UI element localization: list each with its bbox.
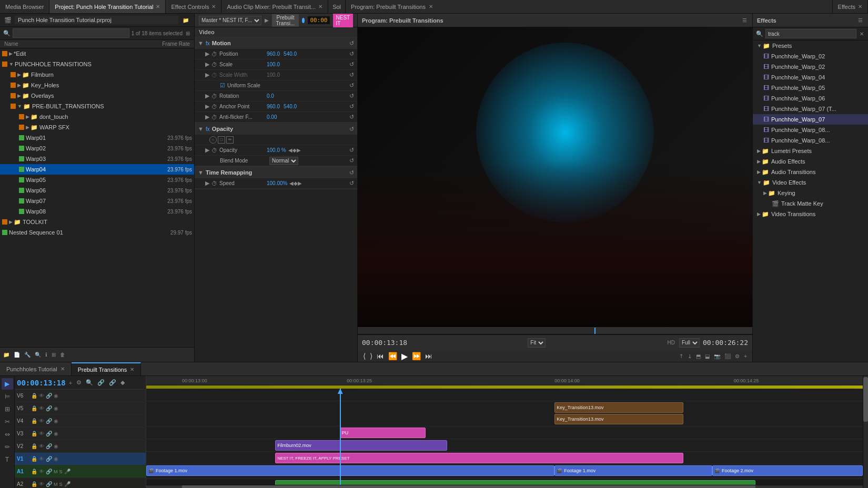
a2-m[interactable]: M [54, 482, 58, 487]
v1-toggle[interactable]: 👁 [39, 456, 44, 462]
settings-btn[interactable]: ⚙ [734, 353, 741, 360]
tree-warp02[interactable]: Warp02 23.976 fps [0, 143, 194, 154]
effects-lumetri[interactable]: ▶ 📁 Lumetri Presets [753, 146, 868, 156]
effects-pw04[interactable]: 🎞 Punchhole_Warp_04 [753, 72, 868, 83]
tab-audio-clip-mixer-close[interactable]: ✕ [318, 4, 322, 9]
tree-overlays[interactable]: ▶ 📁 Overlays [0, 90, 194, 101]
opacity-value[interactable]: 100.0 % [267, 147, 286, 153]
timeline-playhead[interactable] [340, 389, 341, 485]
speed-prev[interactable]: ◀ [289, 180, 294, 186]
tab-effects-close[interactable]: ✕ [858, 4, 862, 9]
motion-reset[interactable]: ↺ [349, 40, 354, 47]
v2-solo[interactable]: ◉ [54, 443, 58, 449]
a2-s[interactable]: S [59, 482, 63, 487]
effects-pw05[interactable]: 🎞 Punchhole_Warp_05 [753, 83, 868, 93]
lift-btn[interactable]: ⤒ [678, 353, 684, 360]
time-remapping-header[interactable]: ▼ Time Remapping ↺ [195, 167, 357, 178]
v6-solo[interactable]: ◉ [54, 393, 58, 399]
tree-dont-touch[interactable]: ▶ 📁 dont_touch [0, 111, 194, 122]
v2-lock[interactable]: 🔒 [31, 443, 37, 449]
v4-lock[interactable]: 🔒 [31, 418, 37, 424]
new-bin-icon[interactable]: 📁 [2, 351, 11, 358]
opacity-reset[interactable]: ↺ [349, 147, 354, 154]
tab-effects[interactable]: Effects ✕ [833, 0, 868, 13]
effects-pw08b[interactable]: 🎞 Punchhole_Warp_08... [753, 135, 868, 146]
rotation-reset[interactable]: ↺ [349, 93, 354, 99]
clip-footage-1b[interactable]: 🎬 Footage 1.mov [554, 465, 712, 476]
uniform-scale-reset[interactable]: ↺ [349, 82, 354, 89]
rotation-expand[interactable]: ▶ [205, 93, 211, 99]
a2-sync[interactable]: 🔗 [46, 481, 52, 487]
text-tool-icon[interactable]: T [2, 454, 13, 465]
tl-zoom-in[interactable]: 🔍 [85, 379, 94, 387]
anti-flicker-stopwatch[interactable]: ⏱ [211, 114, 217, 120]
tab-media-browser[interactable]: Media Browser [0, 0, 49, 13]
ellipse-mask-icon[interactable]: ○ [209, 136, 217, 144]
effects-keying[interactable]: ▶ 📁 Keying [753, 188, 868, 198]
monitor-menu-icon[interactable]: ☰ [741, 17, 748, 24]
opacity-header[interactable]: ▼ fx Opacity ↺ [195, 123, 357, 135]
time-remapping-reset[interactable]: ↺ [349, 169, 354, 176]
clip-filmburn[interactable]: Filmburn02.mov [275, 440, 447, 451]
clip-audio-1[interactable] [275, 480, 755, 485]
tab-audio-clip-mixer[interactable]: Audio Clip Mixer: Prebuilt Transit... ✕ [221, 0, 328, 13]
fit-select[interactable]: Fit [528, 338, 546, 348]
scale-width-reset[interactable]: ↺ [349, 72, 354, 78]
tree-warp07[interactable]: Warp07 23.976 fps [0, 196, 194, 206]
tree-toolkit[interactable]: ▶ 📁 TOOLKIT [0, 217, 194, 227]
v6-lock[interactable]: 🔒 [31, 393, 37, 399]
v3-sync[interactable]: 🔗 [46, 431, 52, 436]
rect-mask-icon[interactable]: □ [218, 136, 225, 144]
effects-search-input[interactable] [765, 29, 856, 38]
effects-search-clear[interactable]: ✕ [859, 30, 865, 37]
v5-solo[interactable]: ◉ [54, 405, 58, 411]
monitor-timecode[interactable]: 00:00:13:18 [362, 339, 407, 347]
v2-sync[interactable]: 🔗 [46, 443, 52, 449]
rotation-value[interactable]: 0.0 [267, 93, 274, 99]
speed-expand[interactable]: ▶ [205, 180, 211, 187]
tree-warp01[interactable]: Warp01 23.976 fps [0, 133, 194, 143]
anti-flicker-value[interactable]: 0.00 [267, 114, 277, 120]
blend-mode-reset[interactable]: ↺ [349, 157, 354, 164]
tl-add-tracks[interactable]: + [68, 379, 73, 387]
play-fwd-btn[interactable]: ⏩ [411, 352, 422, 360]
v3-solo[interactable]: ◉ [54, 431, 58, 436]
clip-pu[interactable]: PU [340, 428, 426, 438]
a1-mic[interactable]: 🎤 [64, 469, 70, 474]
list-icon[interactable]: ⊞ [51, 351, 57, 358]
tree-warp08[interactable]: Warp08 23.976 fps [0, 206, 194, 217]
v4-sync[interactable]: 🔗 [46, 418, 52, 424]
v6-toggle[interactable]: 👁 [39, 393, 44, 399]
play-back-btn[interactable]: ⏪ [387, 352, 398, 360]
track-select-icon[interactable]: ⊨ [2, 391, 13, 402]
motion-header[interactable]: ▼ fx Motion ↺ [195, 37, 357, 49]
step-fwd-btn[interactable]: ⏭ [424, 352, 433, 360]
a2-lock[interactable]: 🔒 [31, 481, 37, 487]
opacity-keyframe-add[interactable]: ◆ [292, 147, 297, 153]
razor-tool-icon[interactable]: ✂ [2, 416, 13, 428]
camera-btn[interactable]: 📷 [713, 353, 721, 360]
anchor-reset[interactable]: ↺ [349, 103, 354, 110]
clip-key-trans-13b[interactable]: Key_Transition13.mov [554, 414, 683, 424]
effects-menu-icon[interactable]: ☰ [857, 17, 864, 24]
tree-warp06[interactable]: Warp06 23.976 fps [0, 185, 194, 196]
v1-solo[interactable]: ◉ [54, 456, 58, 462]
a1-s[interactable]: S [59, 469, 63, 474]
position-expand[interactable]: ▶ [205, 50, 211, 57]
pen-tool-icon[interactable]: ✏ [2, 441, 13, 453]
speed-stopwatch[interactable]: ⏱ [211, 180, 217, 187]
scale-width-stopwatch[interactable]: ⏱ [211, 72, 217, 78]
new-item-icon[interactable]: 📄 [13, 351, 21, 358]
speed-add[interactable]: ◆ [294, 180, 298, 186]
a1-sync[interactable]: 🔗 [46, 469, 52, 474]
tree-warp-sfx[interactable]: ▶ 📁 WARP SFX [0, 122, 194, 133]
effects-presets-folder[interactable]: ▼ 📁 Presets [753, 40, 868, 51]
export-frame-btn[interactable]: ⬛ [723, 353, 732, 360]
effects-track-matte[interactable]: 🎬 Track Matte Key [753, 198, 868, 209]
tab-sol[interactable]: Sol [328, 0, 346, 13]
tree-key-holes[interactable]: ▶ 📁 Key_Holes [0, 80, 194, 90]
a2-toggle[interactable]: 👁 [39, 481, 44, 487]
tree-warp03[interactable]: Warp03 23.976 fps [0, 154, 194, 164]
effects-pw06[interactable]: 🎞 Punchhole_Warp_06 [753, 93, 868, 104]
tab-program-monitor[interactable]: Program: Prebuilt Transitions ✕ [346, 0, 833, 13]
